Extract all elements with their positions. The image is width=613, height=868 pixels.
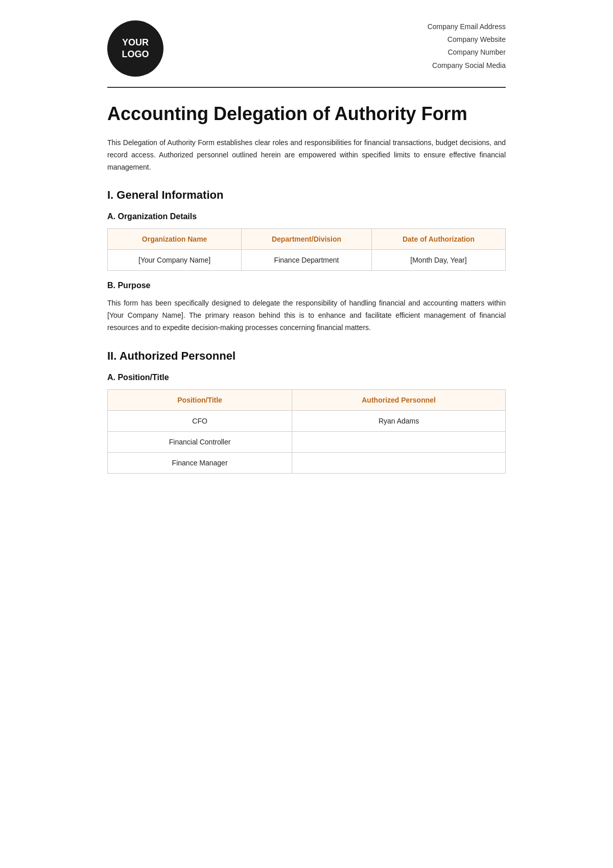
personnel-cell (292, 431, 506, 452)
company-number: Company Number (428, 46, 506, 59)
company-website: Company Website (428, 33, 506, 46)
logo-line1: YOUR (122, 37, 149, 49)
org-table-header-dept: Department/Division (242, 229, 372, 250)
position-cell: CFO (108, 410, 292, 431)
company-contact-info: Company Email Address Company Website Co… (428, 20, 506, 72)
subsection1a-heading: A. Organization Details (107, 212, 506, 221)
table-row: [Your Company Name] Finance Department [… (108, 250, 506, 271)
company-logo: YOUR LOGO (107, 20, 163, 77)
intro-text: This Delegation of Authority Form establ… (107, 137, 506, 173)
auth-date-cell: [Month Day, Year] (371, 250, 505, 271)
position-cell: Finance Manager (108, 452, 292, 473)
subsection1b-heading: B. Purpose (107, 281, 506, 290)
personnel-cell (292, 452, 506, 473)
position-header: Position/Title (108, 389, 292, 410)
position-cell: Financial Controller (108, 431, 292, 452)
table-row: Finance Manager (108, 452, 506, 473)
header-divider (107, 87, 506, 88)
logo-line2: LOGO (122, 49, 149, 60)
personnel-header: Authorized Personnel (292, 389, 506, 410)
subsection2a-heading: A. Position/Title (107, 373, 506, 382)
section2-heading: II. Authorized Personnel (107, 349, 506, 363)
document-title: Accounting Delegation of Authority Form (107, 103, 506, 125)
org-name-cell: [Your Company Name] (108, 250, 242, 271)
company-social: Company Social Media (428, 59, 506, 72)
department-cell: Finance Department (242, 250, 372, 271)
purpose-text: This form has been specifically designed… (107, 297, 506, 334)
section1-heading: I. General Information (107, 189, 506, 202)
org-table-header-date: Date of Authorization (371, 229, 505, 250)
org-details-table: Organization Name Department/Division Da… (107, 228, 506, 271)
personnel-table: Position/Title Authorized Personnel CFO … (107, 389, 506, 474)
table-row: Financial Controller (108, 431, 506, 452)
page-header: YOUR LOGO Company Email Address Company … (107, 20, 506, 77)
org-table-header-name: Organization Name (108, 229, 242, 250)
personnel-cell: Ryan Adams (292, 410, 506, 431)
company-email: Company Email Address (428, 20, 506, 33)
table-row: CFO Ryan Adams (108, 410, 506, 431)
